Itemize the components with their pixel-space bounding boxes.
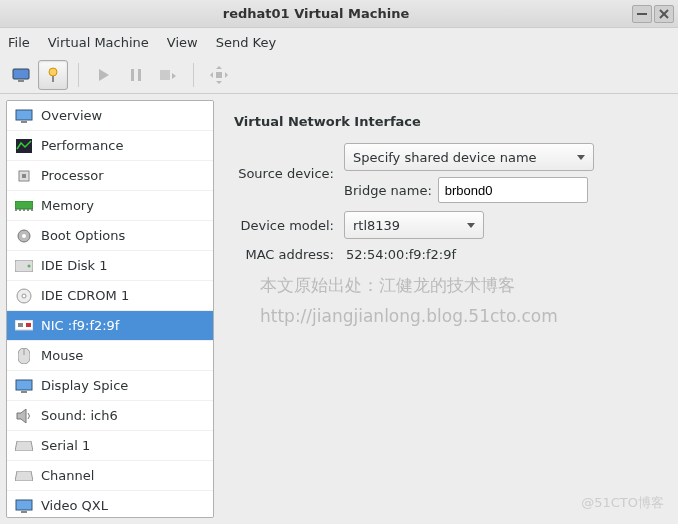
sidebar-item-boot-options[interactable]: Boot Options xyxy=(7,221,213,251)
mac-address-label: MAC address: xyxy=(234,247,344,262)
svg-rect-6 xyxy=(52,76,54,82)
sidebar-item-video-qxl[interactable]: Video QXL xyxy=(7,491,213,518)
pause-button[interactable] xyxy=(121,60,151,90)
sidebar-item-label: Memory xyxy=(41,198,94,213)
window-title: redhat01 Virtual Machine xyxy=(0,6,632,21)
sidebar-item-label: Mouse xyxy=(41,348,83,363)
svg-marker-41 xyxy=(17,409,26,423)
sidebar-item-label: Channel xyxy=(41,468,94,483)
gear-icon xyxy=(15,227,33,245)
svg-rect-18 xyxy=(21,121,27,123)
svg-rect-40 xyxy=(21,391,27,393)
device-model-combo[interactable]: rtl8139 xyxy=(344,211,484,239)
sidebar-item-label: Video QXL xyxy=(41,498,108,513)
sidebar-item-label: Overview xyxy=(41,108,102,123)
svg-marker-42 xyxy=(15,441,33,451)
sidebar-item-ide-cdrom-1[interactable]: IDE CDROM 1 xyxy=(7,281,213,311)
sidebar-item-channel[interactable]: Channel xyxy=(7,461,213,491)
sidebar-item-label: Serial 1 xyxy=(41,438,90,453)
toolbar-separator xyxy=(78,63,79,87)
svg-rect-45 xyxy=(21,511,27,513)
titlebar: redhat01 Virtual Machine xyxy=(0,0,678,28)
menubar: File Virtual Machine View Send Key xyxy=(0,28,678,56)
content-area: Overview Performance Processor Memory Bo… xyxy=(0,94,678,524)
bridge-name-input[interactable] xyxy=(438,177,588,203)
svg-rect-27 xyxy=(31,209,33,211)
source-device-combo[interactable]: Specify shared device name xyxy=(344,143,594,171)
menu-send-key[interactable]: Send Key xyxy=(216,35,276,50)
sidebar-item-display-spice[interactable]: Display Spice xyxy=(7,371,213,401)
svg-rect-21 xyxy=(22,174,26,178)
svg-marker-43 xyxy=(15,471,33,481)
svg-rect-17 xyxy=(16,110,32,120)
mac-address-value: 52:54:00:f9:f2:9f xyxy=(344,247,456,262)
svg-marker-7 xyxy=(99,69,109,81)
sidebar-item-label: IDE CDROM 1 xyxy=(41,288,129,303)
sidebar-item-mouse[interactable]: Mouse xyxy=(7,341,213,371)
console-view-button[interactable] xyxy=(6,60,36,90)
sidebar-item-processor[interactable]: Processor xyxy=(7,161,213,191)
device-model-value: rtl8139 xyxy=(353,218,400,233)
disk-icon xyxy=(15,257,33,275)
panel-title: Virtual Network Interface xyxy=(234,114,658,129)
svg-rect-22 xyxy=(15,201,33,209)
svg-point-29 xyxy=(22,234,26,238)
source-device-value: Specify shared device name xyxy=(353,150,537,165)
source-device-row: Source device: Specify shared device nam… xyxy=(234,143,658,203)
toolbar-separator xyxy=(193,63,194,87)
sidebar-item-nic[interactable]: NIC :f9:f2:9f xyxy=(7,311,213,341)
sidebar-item-sound[interactable]: Sound: ich6 xyxy=(7,401,213,431)
monitor-icon xyxy=(15,107,33,125)
sidebar-item-label: Sound: ich6 xyxy=(41,408,118,423)
sidebar-item-label: NIC :f9:f2:9f xyxy=(41,318,119,333)
svg-marker-15 xyxy=(210,72,213,78)
svg-rect-36 xyxy=(26,323,31,327)
cpu-icon xyxy=(15,167,33,185)
svg-marker-13 xyxy=(216,66,222,69)
device-model-row: Device model: rtl8139 xyxy=(234,211,658,239)
watermark-text: 本文原始出处：江健龙的技术博客 http://jiangjianlong.blo… xyxy=(260,270,558,331)
fullscreen-button[interactable] xyxy=(204,60,234,90)
svg-rect-44 xyxy=(16,500,32,510)
mac-address-row: MAC address: 52:54:00:f9:f2:9f xyxy=(234,247,658,262)
cdrom-icon xyxy=(15,287,33,305)
svg-marker-14 xyxy=(216,81,222,84)
sidebar-item-memory[interactable]: Memory xyxy=(7,191,213,221)
serial-icon xyxy=(15,437,33,455)
menu-view[interactable]: View xyxy=(167,35,198,50)
svg-rect-9 xyxy=(138,69,141,81)
mouse-icon xyxy=(15,347,33,365)
toolbar xyxy=(0,56,678,94)
source-device-label: Source device: xyxy=(234,166,344,181)
svg-rect-12 xyxy=(216,72,222,78)
run-button[interactable] xyxy=(89,60,119,90)
svg-rect-4 xyxy=(18,80,24,82)
menu-virtual-machine[interactable]: Virtual Machine xyxy=(48,35,149,50)
svg-marker-16 xyxy=(225,72,228,78)
minimize-button[interactable] xyxy=(632,5,652,23)
device-model-label: Device model: xyxy=(234,218,344,233)
video-icon xyxy=(15,497,33,515)
sidebar-item-serial-1[interactable]: Serial 1 xyxy=(7,431,213,461)
sidebar-item-performance[interactable]: Performance xyxy=(7,131,213,161)
sidebar-item-label: Display Spice xyxy=(41,378,128,393)
shutdown-button[interactable] xyxy=(153,60,183,90)
sound-icon xyxy=(15,407,33,425)
svg-marker-11 xyxy=(172,73,176,79)
watermark-line1: 本文原始出处：江健龙的技术博客 xyxy=(260,270,558,301)
memory-icon xyxy=(15,197,33,215)
svg-point-33 xyxy=(22,294,26,298)
corner-watermark: @51CTO博客 xyxy=(581,494,664,512)
close-button[interactable] xyxy=(654,5,674,23)
svg-rect-35 xyxy=(18,323,23,327)
sidebar-item-label: Boot Options xyxy=(41,228,125,243)
svg-point-5 xyxy=(49,68,57,76)
sidebar-item-ide-disk-1[interactable]: IDE Disk 1 xyxy=(7,251,213,281)
sidebar-item-label: Processor xyxy=(41,168,104,183)
menu-file[interactable]: File xyxy=(8,35,30,50)
details-view-button[interactable] xyxy=(38,60,68,90)
svg-rect-0 xyxy=(637,13,647,15)
svg-rect-10 xyxy=(160,70,170,80)
sidebar-item-overview[interactable]: Overview xyxy=(7,101,213,131)
svg-rect-39 xyxy=(16,380,32,390)
